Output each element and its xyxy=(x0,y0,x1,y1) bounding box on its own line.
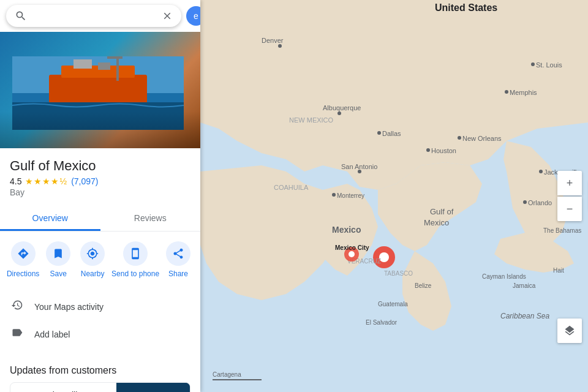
svg-text:Mexico City: Mexico City xyxy=(335,244,369,251)
svg-point-9 xyxy=(426,148,430,152)
svg-text:The Bahamas: The Bahamas xyxy=(543,227,581,234)
place-name: Gulf of Mexico xyxy=(10,158,190,174)
save-icon xyxy=(52,247,64,260)
svg-point-15 xyxy=(278,44,282,48)
layers-button[interactable] xyxy=(557,318,582,343)
maps-activity-row[interactable]: Your Maps activity xyxy=(0,293,200,320)
phone-icon xyxy=(129,247,141,260)
svg-point-7 xyxy=(377,131,381,135)
send-to-phone-label: Send to phone xyxy=(111,270,159,278)
svg-text:Jamaica: Jamaica xyxy=(513,282,536,289)
svg-point-17 xyxy=(505,90,508,94)
search-input[interactable]: Gulf of Mexico xyxy=(33,10,156,21)
svg-text:San Antonio: San Antonio xyxy=(341,163,377,170)
info-rows: Your Maps activity Add label xyxy=(0,288,200,353)
svg-point-42 xyxy=(349,251,355,257)
svg-rect-52 xyxy=(116,56,119,81)
add-label-row[interactable]: Add label xyxy=(0,320,200,348)
nearby-label: Nearby xyxy=(81,270,105,278)
share-icon-circle xyxy=(166,241,190,266)
svg-text:Dallas: Dallas xyxy=(382,130,401,137)
search-input-wrapper: Gulf of Mexico xyxy=(6,5,181,27)
phone-icon-circle xyxy=(123,241,148,266)
svg-text:Caribbean Sea: Caribbean Sea xyxy=(500,312,549,320)
svg-point-21 xyxy=(523,200,527,204)
share-icon xyxy=(172,247,184,260)
svg-text:Mexico: Mexico xyxy=(332,225,361,235)
directions-label: Directions xyxy=(7,270,39,278)
svg-text:Hait: Hait xyxy=(553,267,564,274)
nearby-button[interactable]: Nearby xyxy=(77,241,108,278)
update-card[interactable]: It Has False Killer Whales? 3 weeks ago xyxy=(10,382,190,392)
tab-reviews[interactable]: Reviews xyxy=(100,207,201,231)
directions-button[interactable]: Directions xyxy=(7,241,39,278)
search-bar: Gulf of Mexico e xyxy=(0,0,200,32)
svg-text:Denver: Denver xyxy=(262,37,284,44)
share-label: Share xyxy=(168,270,188,278)
svg-point-23 xyxy=(539,170,543,173)
nearby-icon-circle xyxy=(80,241,105,266)
update-card-text: It Has False Killer Whales? 3 weeks ago xyxy=(10,383,116,392)
svg-rect-50 xyxy=(74,59,92,69)
svg-point-44 xyxy=(332,193,336,197)
svg-text:New Orleans: New Orleans xyxy=(462,135,502,142)
svg-text:Albuquerque: Albuquerque xyxy=(323,104,361,111)
svg-rect-51 xyxy=(98,62,110,70)
star-rating: ★★★★½ xyxy=(25,176,67,186)
tab-overview[interactable]: Overview xyxy=(0,207,100,231)
svg-text:Memphis: Memphis xyxy=(510,89,537,96)
svg-point-19 xyxy=(531,62,535,66)
svg-text:Belize: Belize xyxy=(415,282,432,289)
clear-icon xyxy=(162,10,173,21)
svg-text:Houston: Houston xyxy=(431,147,456,154)
review-count[interactable]: (7,097) xyxy=(71,176,98,186)
action-buttons: Directions Save Nearby xyxy=(0,232,200,283)
svg-text:United States: United States xyxy=(435,2,497,13)
share-button[interactable]: Share xyxy=(163,241,194,278)
hero-image[interactable] xyxy=(0,32,200,148)
rating-number: 4.5 xyxy=(10,176,21,186)
tab-bar: Overview Reviews xyxy=(0,207,200,232)
label-icon xyxy=(10,326,24,342)
svg-text:El Salvador: El Salvador xyxy=(366,319,398,326)
maps-activity-text: Your Maps activity xyxy=(34,302,190,312)
zoom-in-button[interactable]: + xyxy=(557,171,582,195)
rating-row: 4.5 ★★★★½ (7,097) xyxy=(10,176,190,186)
place-type: Bay xyxy=(10,187,190,197)
svg-text:Guatemala: Guatemala xyxy=(378,301,408,307)
avatar-letter: e xyxy=(194,11,198,21)
map-controls: + − xyxy=(557,171,582,221)
directions-icon xyxy=(17,247,29,260)
sidebar: Gulf of Mexico e xyxy=(0,0,200,392)
svg-text:Orlando: Orlando xyxy=(528,199,552,206)
svg-text:NEW MEXICO: NEW MEXICO xyxy=(289,116,334,124)
send-to-phone-button[interactable]: Send to phone xyxy=(111,241,159,278)
svg-text:Monterrey: Monterrey xyxy=(337,192,364,199)
clear-search-button[interactable] xyxy=(162,10,173,21)
zoom-out-button[interactable]: − xyxy=(557,197,582,221)
update-card-image xyxy=(116,383,190,392)
updates-section: Updates from customers It Has False Kill… xyxy=(0,358,200,392)
svg-point-11 xyxy=(458,136,461,140)
place-info: Gulf of Mexico 4.5 ★★★★½ (7,097) Bay xyxy=(0,148,200,202)
svg-rect-48 xyxy=(49,75,147,105)
updates-title: Updates from customers xyxy=(10,365,190,376)
directions-icon-circle xyxy=(11,241,36,266)
map-container[interactable]: United States Mexico Gulf of Mexico Dall… xyxy=(200,0,588,392)
svg-text:Mexico: Mexico xyxy=(424,218,449,227)
svg-rect-53 xyxy=(107,56,123,59)
save-icon-circle xyxy=(46,241,70,266)
save-button[interactable]: Save xyxy=(43,241,74,278)
hero-overlay xyxy=(0,111,200,148)
search-icon-button[interactable] xyxy=(15,10,27,22)
svg-text:COAHUILA: COAHUILA xyxy=(274,184,309,191)
save-label: Save xyxy=(50,270,67,278)
search-icon xyxy=(15,10,27,22)
svg-text:TABASCO: TABASCO xyxy=(384,270,413,277)
avatar[interactable]: e xyxy=(186,6,200,26)
svg-text:Cayman Islands: Cayman Islands xyxy=(482,273,526,280)
svg-point-13 xyxy=(337,111,341,115)
svg-text:Gulf of: Gulf of xyxy=(430,207,454,216)
add-label-text: Add label xyxy=(34,330,190,339)
nearby-icon xyxy=(86,247,99,260)
